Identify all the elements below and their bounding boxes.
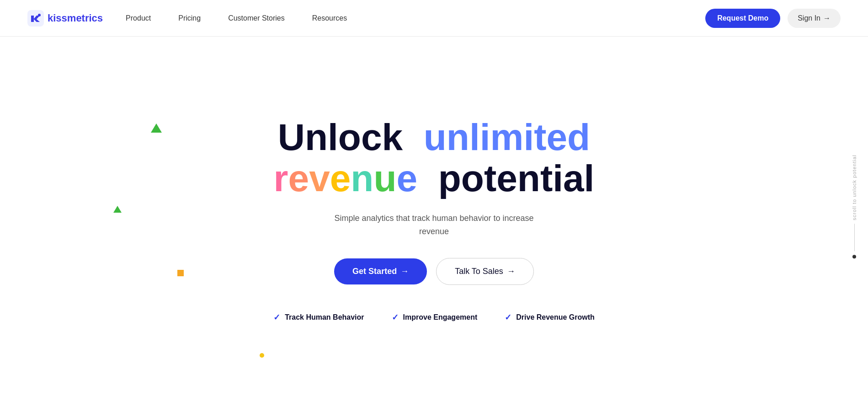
talk-to-sales-button[interactable]: Talk To Sales → (436, 258, 534, 285)
sign-in-icon: → (823, 14, 831, 22)
check-icon-track: ✓ (273, 312, 280, 322)
get-started-label: Get Started (352, 267, 397, 276)
check-icon-engage: ✓ (392, 312, 399, 322)
logo-link[interactable]: kissmetrics (27, 10, 103, 27)
headline-unlock: Unlock (278, 116, 403, 158)
nav-link-resources[interactable]: Resources (312, 14, 347, 22)
decoration-yellow-dot (260, 353, 264, 358)
navbar: kissmetrics Product Pricing Customer Sto… (0, 0, 868, 37)
check-icon-revenue: ✓ (505, 312, 511, 322)
feature-engage: ✓ Improve Engagement (392, 312, 478, 322)
hero-buttons: Get Started → Talk To Sales → (334, 258, 534, 285)
nav-link-product[interactable]: Product (126, 14, 151, 22)
nav-item-customer-stories[interactable]: Customer Stories (228, 14, 285, 22)
decoration-orange-square (177, 270, 184, 276)
headline-potential: potential (438, 157, 595, 199)
feature-track: ✓ Track Human Behavior (273, 312, 364, 322)
talk-sales-arrow: → (507, 267, 515, 276)
navbar-left: kissmetrics Product Pricing Customer Sto… (27, 10, 347, 27)
nav-item-product[interactable]: Product (126, 14, 151, 22)
sign-in-label: Sign In (798, 14, 820, 22)
decoration-triangle-small (113, 206, 122, 213)
decoration-triangle-large (151, 123, 162, 133)
features-row: ✓ Track Human Behavior ✓ Improve Engagem… (273, 312, 595, 322)
navbar-right: Request Demo Sign In → (705, 9, 841, 28)
feature-label-engage: Improve Engagement (403, 313, 478, 322)
scroll-dot (852, 255, 856, 258)
nav-links: Product Pricing Customer Stories Resourc… (126, 14, 347, 22)
scroll-text: scroll to unlock potential (852, 155, 857, 220)
headline-revenue: revenue (274, 157, 428, 199)
hero-subtext: Simple analytics that track human behavi… (334, 212, 535, 238)
hero-headline: Unlock unlimited revenue potential (274, 117, 595, 199)
headline-unlimited: unlimited (424, 116, 590, 158)
nav-item-resources[interactable]: Resources (312, 14, 347, 22)
talk-sales-label: Talk To Sales (455, 267, 503, 276)
scroll-indicator: scroll to unlock potential (852, 155, 857, 258)
hero-section: Unlock unlimited revenue potential Simpl… (0, 37, 868, 384)
logo-icon (27, 10, 44, 27)
feature-revenue: ✓ Drive Revenue Growth (505, 312, 595, 322)
nav-item-pricing[interactable]: Pricing (178, 14, 201, 22)
nav-link-customer-stories[interactable]: Customer Stories (228, 14, 285, 22)
get-started-button[interactable]: Get Started → (334, 258, 427, 284)
scroll-line (854, 224, 855, 251)
feature-label-revenue: Drive Revenue Growth (516, 313, 595, 322)
get-started-arrow: → (400, 267, 409, 276)
logo-text: kissmetrics (48, 12, 103, 24)
request-demo-button[interactable]: Request Demo (705, 9, 780, 28)
svg-point-1 (38, 14, 41, 16)
feature-label-track: Track Human Behavior (285, 313, 364, 322)
nav-link-pricing[interactable]: Pricing (178, 14, 201, 22)
sign-in-button[interactable]: Sign In → (788, 9, 841, 28)
